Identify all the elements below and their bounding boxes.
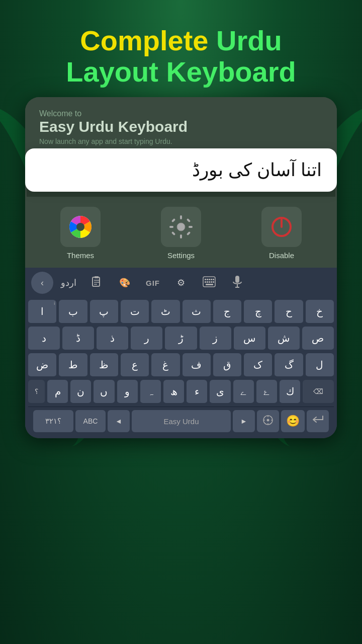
- svg-rect-22: [209, 279, 210, 280]
- numbers-button[interactable]: ؟۳۲۱: [33, 410, 73, 432]
- key-dal[interactable]: د: [28, 327, 60, 351]
- svg-rect-14: [93, 277, 100, 286]
- back-button[interactable]: ‹: [31, 272, 53, 294]
- emoji-button[interactable]: 😊: [281, 410, 305, 432]
- key-ya[interactable]: ی: [210, 380, 230, 404]
- key-zoa[interactable]: ظ: [90, 353, 118, 377]
- gif-button[interactable]: GIF: [140, 272, 166, 294]
- key-alef[interactable]: iا: [28, 300, 56, 324]
- key-row-1: iا ب پ ت ٹ ث ج چ ح خ: [28, 300, 334, 324]
- key-sheen[interactable]: ش: [268, 327, 300, 351]
- key-rra[interactable]: ڑ: [165, 327, 197, 351]
- themes-label: Themes: [67, 251, 94, 260]
- urdu-text-box[interactable]: اتنا آسان کی بورڈ: [25, 148, 337, 192]
- key-keh[interactable]: ك: [280, 380, 300, 404]
- themes-item[interactable]: Themes: [30, 207, 131, 260]
- key-heh[interactable]: ہ: [140, 380, 161, 404]
- key-kaaf[interactable]: ک: [244, 353, 272, 377]
- key-seen[interactable]: س: [234, 327, 265, 351]
- key-yeh-barree[interactable]: ۓ: [256, 380, 277, 404]
- key-waw[interactable]: و: [117, 380, 138, 404]
- svg-rect-28: [211, 281, 212, 283]
- key-row-4: ؟ م ن ں و ہ ھ ء ی ے ۓ ك ⌫: [28, 380, 334, 404]
- key-fa[interactable]: ف: [183, 353, 211, 377]
- mic-icon: [232, 275, 243, 291]
- settings-dot-icon: [262, 415, 274, 428]
- key-pa[interactable]: پ: [90, 300, 118, 324]
- svg-rect-7: [189, 226, 193, 228]
- key-row-2: د ڈ ذ ر ڑ ز س ش ص: [28, 327, 334, 351]
- key-row-3: ض ط ظ ع غ ف ق ک گ ل: [28, 353, 334, 377]
- key-ba[interactable]: ب: [59, 300, 87, 324]
- header-title: Complete Urdu Layout Keyboard: [0, 0, 362, 97]
- key-ta[interactable]: ت: [121, 300, 149, 324]
- palette-icon: 🎨: [119, 277, 130, 288]
- svg-rect-20: [205, 279, 206, 280]
- urdu-button[interactable]: اردو: [55, 272, 81, 294]
- phone-content: Welcome to Easy Urdu Keyboard Now launch…: [25, 97, 337, 438]
- key-heh-do[interactable]: ھ: [163, 380, 184, 404]
- keyboard-layout-button[interactable]: [196, 272, 222, 294]
- key-chay[interactable]: چ: [244, 300, 272, 324]
- key-q-mark[interactable]: ؟: [28, 380, 45, 404]
- key-hamza[interactable]: ء: [187, 380, 207, 404]
- theme-button[interactable]: 🎨: [112, 272, 138, 294]
- settings-toolbar-button[interactable]: ⚙: [168, 272, 194, 294]
- svg-rect-4: [180, 215, 182, 219]
- left-arrow-button[interactable]: ◄: [108, 410, 130, 432]
- svg-rect-23: [211, 279, 212, 280]
- disable-label: Disable: [269, 251, 294, 260]
- space-label: Easy Urdu: [163, 417, 199, 426]
- clipboard-button[interactable]: [83, 272, 110, 294]
- key-ha[interactable]: ح: [275, 300, 303, 324]
- key-ddal[interactable]: ڈ: [62, 327, 94, 351]
- key-meem[interactable]: م: [47, 380, 68, 404]
- svg-rect-6: [169, 226, 173, 228]
- backspace-key[interactable]: ⌫: [303, 380, 334, 404]
- space-button[interactable]: Easy Urdu: [132, 410, 231, 432]
- key-ra[interactable]: ر: [131, 327, 162, 351]
- svg-rect-21: [207, 279, 208, 280]
- power-icon: [269, 214, 294, 239]
- right-arrow-button[interactable]: ►: [233, 410, 255, 432]
- key-sad[interactable]: ص: [302, 327, 334, 351]
- key-tha[interactable]: ث: [183, 300, 211, 324]
- gear-icon: [168, 214, 194, 239]
- key-gaaf[interactable]: گ: [275, 353, 303, 377]
- settings-label: Settings: [167, 251, 195, 260]
- key-zal[interactable]: ذ: [97, 327, 128, 351]
- svg-rect-25: [205, 281, 206, 283]
- settings-dot-button[interactable]: [257, 410, 279, 432]
- key-noon-g[interactable]: ں: [94, 380, 114, 404]
- svg-rect-29: [213, 281, 214, 283]
- title-complete: Complete: [80, 25, 216, 56]
- key-toa[interactable]: ط: [59, 353, 87, 377]
- svg-point-2: [76, 223, 84, 231]
- mic-button[interactable]: [224, 272, 250, 294]
- key-zayn[interactable]: ز: [200, 327, 231, 351]
- clipboard-icon: [90, 275, 103, 291]
- enter-button[interactable]: [307, 410, 329, 432]
- welcome-label: Welcome to: [39, 109, 323, 118]
- abc-button[interactable]: ABC: [75, 410, 106, 432]
- key-ye[interactable]: ے: [233, 380, 254, 404]
- key-kha[interactable]: خ: [306, 300, 334, 324]
- settings-item[interactable]: Settings: [131, 207, 231, 260]
- svg-point-3: [177, 223, 185, 231]
- key-daad[interactable]: ض: [28, 353, 56, 377]
- disable-item[interactable]: Disable: [231, 207, 332, 260]
- enter-icon: [312, 415, 324, 428]
- key-lam[interactable]: ل: [306, 353, 334, 377]
- key-jeem[interactable]: ج: [213, 300, 241, 324]
- key-tta[interactable]: ٹ: [151, 300, 179, 324]
- key-ain[interactable]: ع: [121, 353, 149, 377]
- key-ghain[interactable]: غ: [151, 353, 179, 377]
- urdu-label: اردو: [61, 277, 76, 288]
- key-qaaf[interactable]: ق: [213, 353, 241, 377]
- svg-rect-24: [213, 279, 214, 280]
- keyboard-icon: [203, 276, 216, 290]
- disable-icon-circle: [261, 207, 302, 247]
- key-noon[interactable]: ن: [70, 380, 91, 404]
- feature-icons-row: Themes: [25, 197, 337, 268]
- svg-rect-9: [187, 218, 191, 222]
